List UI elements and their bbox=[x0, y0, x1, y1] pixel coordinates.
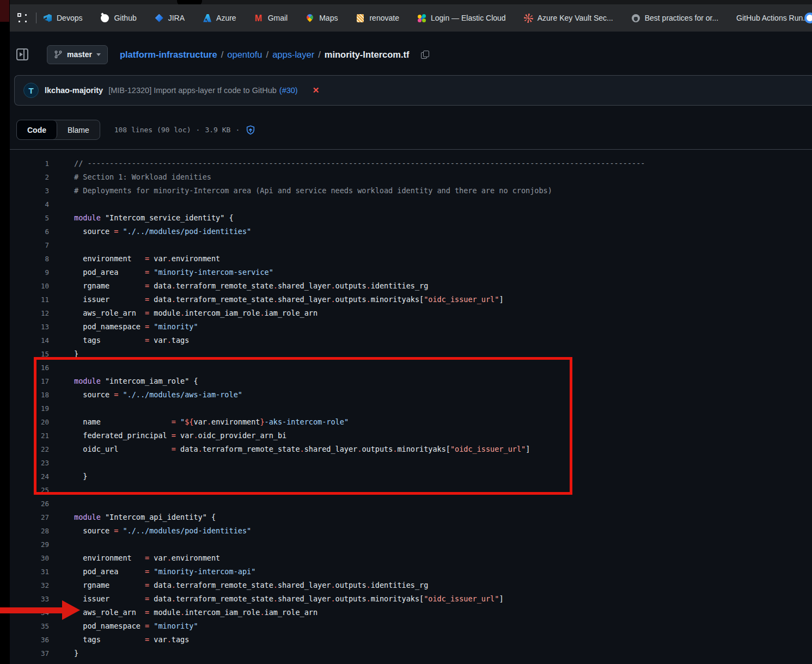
code-line-content: # Section 1: Workload idenities bbox=[49, 170, 211, 184]
breadcrumb-link-opentofu[interactable]: opentofu bbox=[227, 50, 262, 60]
line-number[interactable]: 37 bbox=[10, 647, 49, 660]
keyvault-icon bbox=[524, 14, 533, 23]
bookmark-maps[interactable]: Maps bbox=[306, 14, 338, 23]
line-number[interactable]: 14 bbox=[10, 334, 49, 347]
line-number[interactable]: 20 bbox=[10, 415, 49, 429]
tab-blame[interactable]: Blame bbox=[57, 120, 100, 139]
line-number[interactable]: 13 bbox=[10, 320, 49, 334]
line-number[interactable]: 25 bbox=[10, 483, 49, 497]
code-line-content: module "intercom_iam_role" { bbox=[49, 374, 198, 388]
gmail-icon bbox=[254, 14, 264, 23]
meta-dot: · bbox=[196, 126, 200, 134]
line-number[interactable]: 27 bbox=[10, 511, 49, 524]
bookmark-github[interactable]: Github bbox=[100, 14, 136, 23]
line-number[interactable]: 12 bbox=[10, 306, 49, 320]
code-line-content bbox=[49, 238, 74, 252]
bookmark-gmail[interactable]: Gmail bbox=[254, 14, 288, 23]
pr-link[interactable]: (#30) bbox=[279, 86, 298, 95]
breadcrumb-link-platform-infrastructure[interactable]: platform-infrastructure bbox=[120, 50, 217, 60]
code-line-content: // -------------------------------------… bbox=[49, 157, 645, 170]
line-number[interactable]: 11 bbox=[10, 293, 49, 306]
code-line: 9 pod_area = "minority-intercom-service" bbox=[10, 266, 812, 279]
line-number[interactable]: 17 bbox=[10, 374, 49, 388]
line-number[interactable]: 30 bbox=[10, 551, 49, 565]
bookmark-label: Azure Key Vault Sec... bbox=[538, 14, 613, 22]
code-line: 3# Deployments for minority-Intercom are… bbox=[10, 184, 812, 198]
code-line-content bbox=[49, 538, 74, 551]
tab-code[interactable]: Code bbox=[17, 120, 57, 139]
bookmark-label: GitHub Actions Run... bbox=[736, 14, 809, 22]
line-number[interactable]: 24 bbox=[10, 470, 49, 483]
line-number[interactable]: 32 bbox=[10, 579, 49, 592]
line-number[interactable]: 21 bbox=[10, 429, 49, 442]
bookmark-label: Devops bbox=[57, 14, 82, 22]
line-number[interactable]: 5 bbox=[10, 211, 49, 225]
line-number[interactable]: 1 bbox=[10, 157, 49, 170]
branch-selector-button[interactable]: master bbox=[47, 45, 108, 64]
line-number[interactable]: 31 bbox=[10, 565, 49, 579]
bookmark-label: JIRA bbox=[168, 14, 185, 22]
code-line: 12 aws_role_arn = module.intercom_iam_ro… bbox=[10, 306, 812, 320]
line-number[interactable]: 18 bbox=[10, 388, 49, 402]
breadcrumb-separator: / bbox=[318, 50, 321, 60]
bookmark-login-elastic-cloud[interactable]: Login — Elastic Cloud bbox=[417, 14, 506, 23]
line-number[interactable]: 7 bbox=[10, 238, 49, 252]
shield-icon[interactable] bbox=[246, 125, 255, 135]
bookmark-azure[interactable]: Azure bbox=[203, 14, 236, 23]
code-line: 18 source = "./../modules/aws-iam-role" bbox=[10, 388, 812, 402]
bookmark-best-practices-for-or[interactable]: Best practices for or... bbox=[631, 14, 718, 23]
bookmark-label: Maps bbox=[319, 14, 338, 22]
line-number[interactable]: 4 bbox=[10, 198, 49, 211]
code-line: 24 } bbox=[10, 470, 812, 483]
line-number[interactable]: 15 bbox=[10, 347, 49, 361]
file-size: 3.9 KB bbox=[205, 126, 230, 134]
apps-grid-icon[interactable] bbox=[13, 9, 32, 27]
browser-tab-strip bbox=[10, 0, 812, 4]
chevron-down-icon bbox=[96, 53, 101, 58]
code-line-content: aws_role_arn = module.intercom_iam_role.… bbox=[49, 606, 318, 619]
line-number[interactable]: 36 bbox=[10, 633, 49, 647]
code-line-content: module "Intercom_api_identity" { bbox=[49, 511, 216, 524]
code-line-content: issuer = data.terraform_remote_state.sha… bbox=[49, 293, 504, 306]
bookmark-github-actions-run[interactable]: GitHub Actions Run... bbox=[736, 14, 809, 23]
bookmark-label: Best practices for or... bbox=[645, 14, 718, 22]
copy-path-icon[interactable] bbox=[421, 51, 429, 59]
line-number[interactable]: 22 bbox=[10, 442, 49, 456]
line-number[interactable]: 23 bbox=[10, 456, 49, 470]
line-number[interactable]: 38 bbox=[10, 660, 49, 664]
line-number[interactable]: 35 bbox=[10, 619, 49, 633]
renovate-icon bbox=[356, 14, 365, 23]
code-line: 2# Section 1: Workload idenities bbox=[10, 170, 812, 184]
line-number[interactable]: 6 bbox=[10, 225, 49, 238]
bookmark-partial[interactable] bbox=[804, 13, 812, 23]
code-line: 5module "Intercom_service_identity" { bbox=[10, 211, 812, 225]
commit-author[interactable]: lkchao-majority bbox=[45, 86, 103, 95]
code-line: 10 rgname = data.terraform_remote_state.… bbox=[10, 279, 812, 293]
line-number[interactable]: 28 bbox=[10, 524, 49, 538]
line-number[interactable]: 2 bbox=[10, 170, 49, 184]
avatar[interactable]: T bbox=[23, 83, 39, 98]
bookmark-jira[interactable]: JIRA bbox=[155, 14, 185, 23]
bookmark-renovate[interactable]: renovate bbox=[356, 14, 399, 23]
line-number[interactable]: 19 bbox=[10, 402, 49, 415]
line-number[interactable]: 26 bbox=[10, 497, 49, 511]
bookmark-devops[interactable]: Devops bbox=[43, 14, 82, 23]
expand-file-tree-icon[interactable] bbox=[16, 48, 28, 60]
line-number[interactable]: 29 bbox=[10, 538, 49, 551]
code-line-content: environment = var.environment bbox=[49, 551, 220, 565]
line-number[interactable]: 16 bbox=[10, 361, 49, 374]
line-number[interactable]: 34 bbox=[10, 606, 49, 619]
file-navigation-bar: master platform-infrastructure/opentofu/… bbox=[10, 32, 812, 65]
line-number[interactable]: 8 bbox=[10, 252, 49, 266]
status-check-failed-icon[interactable]: ✕ bbox=[313, 85, 320, 95]
code-line: 38 bbox=[10, 660, 812, 664]
line-number[interactable]: 3 bbox=[10, 184, 49, 198]
code-line-content: source = "./../modules/aws-iam-role" bbox=[49, 388, 242, 402]
line-number[interactable]: 33 bbox=[10, 592, 49, 606]
code-line-content: name = "${var.environment}-aks-intercom-… bbox=[49, 415, 349, 429]
bookmark-azure-key-vault-sec[interactable]: Azure Key Vault Sec... bbox=[524, 14, 613, 23]
screen-corner-artifact bbox=[0, 0, 9, 22]
line-number[interactable]: 10 bbox=[10, 279, 49, 293]
line-number[interactable]: 9 bbox=[10, 266, 49, 279]
breadcrumb-link-apps-layer[interactable]: apps-layer bbox=[272, 50, 314, 60]
